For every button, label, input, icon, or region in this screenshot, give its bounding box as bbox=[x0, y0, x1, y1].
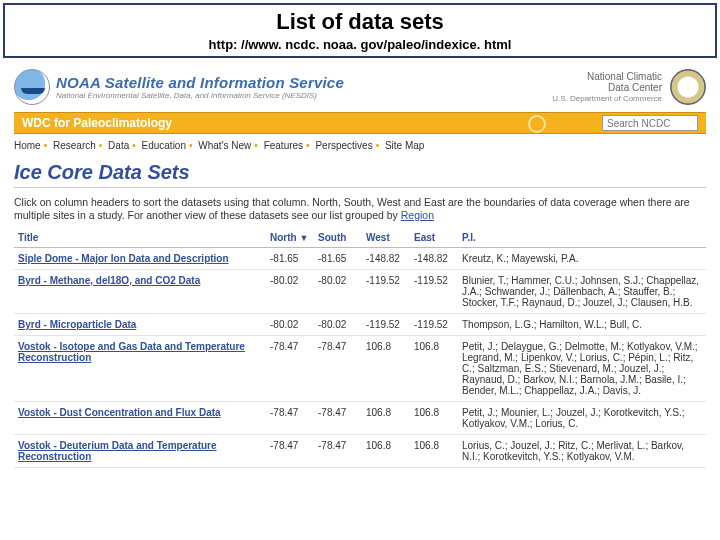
intro-text: Click on column headers to sort the data… bbox=[14, 196, 706, 222]
west-cell: -119.52 bbox=[362, 270, 410, 314]
south-cell: -80.02 bbox=[314, 314, 362, 336]
commerce-seal-icon bbox=[670, 69, 706, 105]
col-west[interactable]: West bbox=[362, 228, 410, 248]
nav-perspectives[interactable]: Perspectives bbox=[315, 140, 372, 151]
dataset-title-cell: Byrd - Methane, del18O, and CO2 Data bbox=[14, 270, 266, 314]
sort-indicator-icon: ▼ bbox=[299, 233, 308, 243]
dataset-link[interactable]: Byrd - Microparticle Data bbox=[18, 319, 136, 330]
dataset-link[interactable]: Vostok - Dust Concentration and Flux Dat… bbox=[18, 407, 221, 418]
south-cell: -78.47 bbox=[314, 402, 362, 435]
nav-home[interactable]: Home bbox=[14, 140, 41, 151]
east-cell: 106.8 bbox=[410, 435, 458, 468]
pi-cell: Kreutz, K.; Mayewski, P.A. bbox=[458, 248, 706, 270]
region-link[interactable]: Region bbox=[401, 209, 434, 221]
nav-data[interactable]: Data bbox=[108, 140, 129, 151]
nav-education[interactable]: Education bbox=[142, 140, 186, 151]
col-title[interactable]: Title bbox=[14, 228, 266, 248]
nav-whatsnew[interactable]: What's New bbox=[198, 140, 251, 151]
satinfo-title: NOAA Satellite and Information Service bbox=[56, 74, 344, 91]
dataset-link[interactable]: Vostok - Isotope and Gas Data and Temper… bbox=[18, 341, 245, 363]
table-row: Byrd - Methane, del18O, and CO2 Data-80.… bbox=[14, 270, 706, 314]
col-pi[interactable]: P.I. bbox=[458, 228, 706, 248]
search-input[interactable] bbox=[602, 115, 698, 131]
table-row: Byrd - Microparticle Data-80.02-80.02-11… bbox=[14, 314, 706, 336]
dataset-title-cell: Vostok - Dust Concentration and Flux Dat… bbox=[14, 402, 266, 435]
nav-research[interactable]: Research bbox=[53, 140, 96, 151]
pi-cell: Petit, J.; Mounier, L.; Jouzel, J.; Koro… bbox=[458, 402, 706, 435]
pi-cell: Petit, J.; Delaygue, G.; Delmotte, M.; K… bbox=[458, 336, 706, 402]
slide-title: List of data sets bbox=[5, 9, 715, 35]
east-cell: 106.8 bbox=[410, 336, 458, 402]
nav-features[interactable]: Features bbox=[264, 140, 303, 151]
col-east[interactable]: East bbox=[410, 228, 458, 248]
table-row: Vostok - Isotope and Gas Data and Temper… bbox=[14, 336, 706, 402]
north-cell: -80.02 bbox=[266, 270, 314, 314]
south-cell: -81.65 bbox=[314, 248, 362, 270]
dataset-link[interactable]: Vostok - Deuterium Data and Temperature … bbox=[18, 440, 217, 462]
south-cell: -80.02 bbox=[314, 270, 362, 314]
globe-icon bbox=[528, 115, 546, 133]
col-north[interactable]: North ▼ bbox=[266, 228, 314, 248]
slide-title-bar: List of data sets http: //www. ncdc. noa… bbox=[3, 3, 717, 58]
pi-cell: Blunier, T.; Hammer, C.U.; Johnsen, S.J.… bbox=[458, 270, 706, 314]
west-cell: 106.8 bbox=[362, 435, 410, 468]
west-cell: 106.8 bbox=[362, 336, 410, 402]
table-row: Siple Dome - Major Ion Data and Descript… bbox=[14, 248, 706, 270]
ncdc-label: National Climatic Data Center U.S. Depar… bbox=[552, 71, 662, 104]
west-cell: 106.8 bbox=[362, 402, 410, 435]
page-title: Ice Core Data Sets bbox=[14, 161, 706, 188]
south-cell: -78.47 bbox=[314, 435, 362, 468]
site-header: NOAA Satellite and Information Service N… bbox=[14, 66, 706, 108]
west-cell: -148.82 bbox=[362, 248, 410, 270]
dataset-title-cell: Siple Dome - Major Ion Data and Descript… bbox=[14, 248, 266, 270]
nav-breadcrumb: Home• Research• Data• Education• What's … bbox=[14, 140, 706, 151]
datasets-table: Title North ▼ South West East P.I. Siple… bbox=[14, 228, 706, 468]
north-cell: -78.47 bbox=[266, 336, 314, 402]
table-row: Vostok - Deuterium Data and Temperature … bbox=[14, 435, 706, 468]
north-cell: -80.02 bbox=[266, 314, 314, 336]
dataset-title-cell: Vostok - Deuterium Data and Temperature … bbox=[14, 435, 266, 468]
east-cell: 106.8 bbox=[410, 402, 458, 435]
south-cell: -78.47 bbox=[314, 336, 362, 402]
east-cell: -119.52 bbox=[410, 314, 458, 336]
dataset-link[interactable]: Byrd - Methane, del18O, and CO2 Data bbox=[18, 275, 200, 286]
dataset-link[interactable]: Siple Dome - Major Ion Data and Descript… bbox=[18, 253, 229, 264]
dataset-title-cell: Vostok - Isotope and Gas Data and Temper… bbox=[14, 336, 266, 402]
col-south[interactable]: South bbox=[314, 228, 362, 248]
west-cell: -119.52 bbox=[362, 314, 410, 336]
east-cell: -119.52 bbox=[410, 270, 458, 314]
nav-sitemap[interactable]: Site Map bbox=[385, 140, 424, 151]
satinfo-subtitle: National Environmental Satellite, Data, … bbox=[56, 91, 344, 100]
table-row: Vostok - Dust Concentration and Flux Dat… bbox=[14, 402, 706, 435]
north-cell: -81.65 bbox=[266, 248, 314, 270]
pi-cell: Lorius, C.; Jouzel, J.; Ritz, C.; Merliv… bbox=[458, 435, 706, 468]
noaa-logo-icon bbox=[14, 69, 50, 105]
wdc-banner: WDC for Paleoclimatology bbox=[14, 112, 706, 134]
slide-url: http: //www. ncdc. noaa. gov/paleo/index… bbox=[5, 37, 715, 52]
north-cell: -78.47 bbox=[266, 435, 314, 468]
wdc-label: WDC for Paleoclimatology bbox=[22, 116, 172, 130]
dataset-title-cell: Byrd - Microparticle Data bbox=[14, 314, 266, 336]
north-cell: -78.47 bbox=[266, 402, 314, 435]
satinfo-block: NOAA Satellite and Information Service N… bbox=[56, 74, 344, 100]
east-cell: -148.82 bbox=[410, 248, 458, 270]
pi-cell: Thompson, L.G.; Hamilton, W.L.; Bull, C. bbox=[458, 314, 706, 336]
